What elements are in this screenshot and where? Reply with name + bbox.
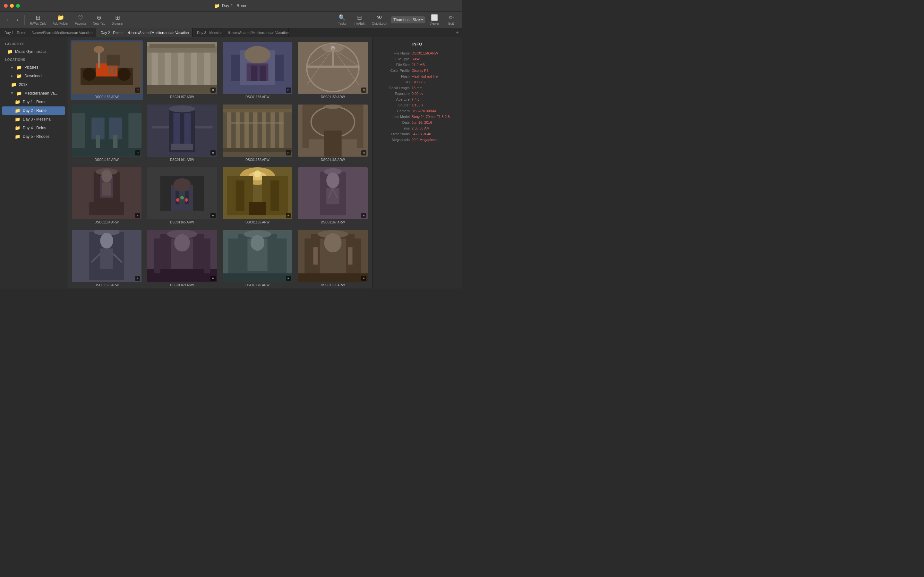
svg-rect-127 [228, 239, 238, 277]
info-row: Shutter 1/160 s [373, 102, 462, 108]
photo-filename: DSC01162.ARW [246, 158, 270, 161]
close-button[interactable] [4, 4, 8, 8]
raw-badge: R [135, 87, 140, 93]
tabs-bar: Day 1 - Rome — /Users/Shared/Mediterrane… [0, 28, 462, 37]
photo-item[interactable]: R DSC01168.ARW [71, 229, 143, 288]
svg-rect-48 [173, 113, 180, 143]
quick-look-button[interactable]: 👁 QuickLook [369, 13, 389, 27]
info-panel: INFO File Name DSC01156.ARW File Type RA… [372, 37, 462, 288]
sidebar-item-day3-label: Day 3 - Messina [23, 117, 51, 121]
svg-point-99 [326, 172, 339, 188]
photo-item[interactable]: R DSC01171.ARW [297, 229, 369, 288]
info-key: Megapixels [378, 138, 410, 142]
thumbnail-size-button[interactable]: Thumbnail Size ▾ [391, 16, 425, 23]
sidebar-item-miras-gymnastics[interactable]: 📁 Mira's Gymnastics [2, 47, 65, 56]
photo-thumbnail: R [298, 105, 368, 157]
sidebar-item-day2-rome[interactable]: 📁 Day 2 - Rome [2, 106, 65, 115]
photo-item[interactable]: R DSC01166.ARW [221, 166, 294, 226]
photo-item[interactable]: R DSC01167.ARW [297, 166, 369, 226]
sidebar-item-downloads[interactable]: ▶ 📁 Downloads [2, 72, 65, 80]
photo-grid: R DSC01156.ARW R DSC01157.ARW R DSC01158 [71, 40, 369, 288]
tab-day3-messina[interactable]: Day 3 - Messina — /Users/Shared/Mediterr… [192, 28, 289, 37]
raw-badge: R [361, 213, 367, 218]
minimize-button[interactable] [10, 4, 14, 8]
raws-only-button[interactable]: ⊟ RAWs Only [27, 13, 49, 27]
photo-item[interactable]: R DSC01156.ARW [71, 40, 143, 100]
expand-arrow-icon[interactable]: ▶ [11, 74, 13, 77]
sidebar-item-day4-delos[interactable]: 📁 Day 4 - Delos [2, 124, 65, 132]
sidebar-item-day1-rome[interactable]: 📁 Day 1 - Rome [2, 98, 65, 106]
photo-item[interactable]: R DSC01161.ARW [146, 103, 218, 163]
svg-point-81 [173, 178, 191, 191]
photo-thumbnail: R [72, 167, 142, 219]
svg-rect-60 [279, 109, 284, 152]
svg-rect-11 [152, 50, 158, 89]
photo-filename: DSC01156.ARW [95, 95, 119, 99]
edit-button[interactable]: ✏ Edit [443, 13, 459, 27]
svg-rect-26 [275, 55, 284, 81]
favorite-button[interactable]: ♡ Favorite [72, 13, 89, 27]
svg-rect-18 [150, 44, 215, 48]
sidebar-item-mediterranean-vacation[interactable]: ▶ 📁 Mediterranean Vacation [2, 89, 65, 97]
photo-item[interactable]: R DSC01158.ARW [221, 40, 294, 100]
info-key: File Type [378, 57, 410, 61]
photo-filename: DSC01168.ARW [95, 284, 119, 287]
info-value: RAW [412, 57, 457, 61]
photo-item[interactable]: R DSC01159.ARW [297, 40, 369, 100]
photo-thumbnail: R [72, 105, 142, 157]
raw-badge: R [361, 276, 367, 281]
photo-thumbnail: R [298, 167, 368, 219]
new-tab-button[interactable]: ⊕ New Tab [90, 13, 108, 27]
tab-day2-label: Day 2 - Rome — /Users/Shared/Mediterrane… [101, 31, 189, 35]
raw-badge: R [210, 213, 216, 218]
svg-rect-94 [270, 180, 279, 211]
info-row: Aperture ƒ 4.0 [373, 97, 462, 102]
photo-item[interactable]: R DSC01169.ARW [146, 229, 218, 288]
info-value: 2:30:36 AM [412, 126, 457, 130]
info-edit-button[interactable]: ⊟ Info/Edit [351, 13, 368, 27]
add-tab-button[interactable]: + [453, 28, 462, 37]
expand-arrow-icon[interactable]: ▶ [11, 92, 14, 95]
svg-rect-101 [324, 204, 341, 213]
tab-day1-rome[interactable]: Day 1 - Rome — /Users/Shared/Mediterrane… [0, 28, 96, 37]
viewer-button[interactable]: ⬜ Viewer [427, 13, 442, 27]
svg-rect-59 [270, 109, 275, 152]
svg-point-86 [185, 198, 188, 201]
photo-item[interactable]: R DSC01170.ARW [221, 229, 294, 288]
info-row: File Type RAW [373, 56, 462, 62]
svg-rect-5 [98, 50, 100, 68]
photo-thumbnail: R [147, 42, 217, 94]
svg-rect-128 [277, 239, 287, 277]
forward-button[interactable]: › [13, 15, 22, 24]
svg-point-21 [244, 46, 270, 63]
sidebar-item-2018[interactable]: 📁 2018 [2, 81, 65, 89]
photo-filename: DSC01160.ARW [95, 158, 119, 161]
photo-thumbnail: R [223, 167, 292, 219]
tasks-button[interactable]: 🔍 Tasks [334, 13, 350, 27]
photo-item[interactable]: R DSC01157.ARW [146, 40, 218, 100]
sidebar-item-day5-rhodes[interactable]: 📁 Day 5 - Rhodes [2, 132, 65, 141]
back-button[interactable]: ‹ [3, 15, 12, 24]
info-key: File Size [378, 63, 410, 67]
photo-filename: DSC01166.ARW [246, 221, 270, 224]
maximize-button[interactable] [16, 4, 20, 8]
svg-rect-13 [178, 50, 184, 89]
svg-rect-50 [171, 143, 193, 150]
svg-rect-93 [236, 180, 244, 211]
svg-rect-67 [324, 131, 341, 156]
svg-rect-135 [326, 253, 339, 274]
photo-item[interactable]: R DSC01165.ARW [146, 166, 218, 226]
add-folder-button[interactable]: 📁 Add Folder [50, 13, 71, 27]
info-row: Time 2:30:36 AM [373, 125, 462, 131]
browser-button[interactable]: ⊞ Browser [109, 13, 126, 27]
photo-item[interactable]: R DSC01160.ARW [71, 103, 143, 163]
sidebar-item-pictures[interactable]: ▶ 📁 Pictures [2, 63, 65, 71]
sidebar-item-day3-messina[interactable]: 📁 Day 3 - Messina [2, 115, 65, 123]
expand-arrow-icon[interactable]: ▶ [11, 66, 13, 69]
svg-rect-137 [355, 239, 361, 277]
photo-item[interactable]: R DSC01163.ARW [297, 103, 369, 163]
tab-day2-rome[interactable]: Day 2 - Rome — /Users/Shared/Mediterrane… [96, 28, 192, 37]
raw-badge: R [286, 213, 291, 218]
photo-item[interactable]: R DSC01164.ARW [71, 166, 143, 226]
photo-item[interactable]: R DSC01162.ARW [221, 103, 294, 163]
